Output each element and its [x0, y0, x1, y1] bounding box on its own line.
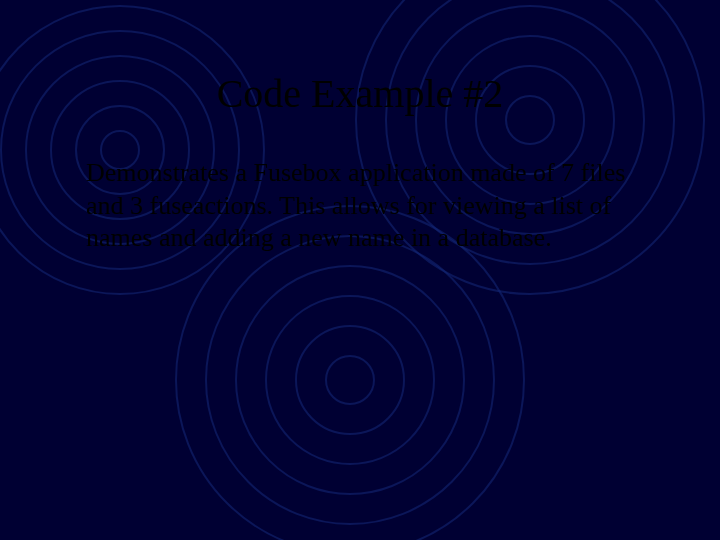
slide-title: Code Example #2 [80, 70, 640, 117]
slide-body-text: Demonstrates a Fusebox application made … [80, 157, 640, 255]
slide-content: Code Example #2 Demonstrates a Fusebox a… [0, 0, 720, 540]
